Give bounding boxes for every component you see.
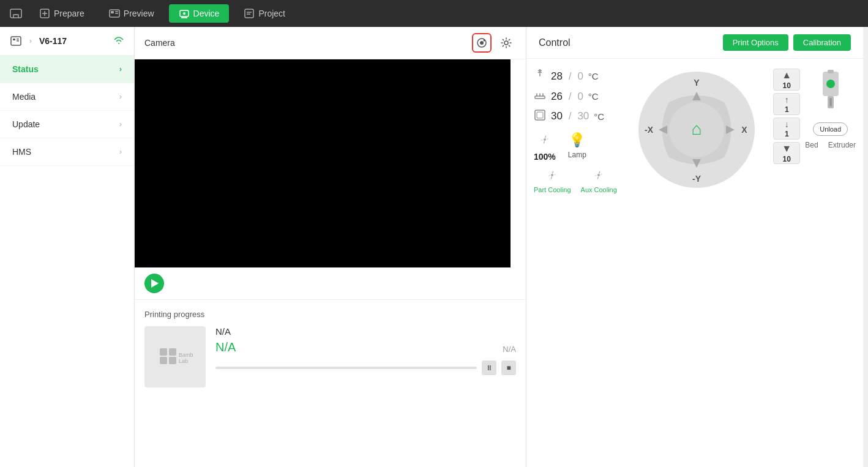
device-name: V6-117: [39, 36, 108, 46]
camera-view: [135, 59, 511, 267]
nav-prepare[interactable]: Prepare: [29, 4, 94, 23]
calibration-button[interactable]: Calibration: [793, 34, 851, 51]
nav-prepare-label: Prepare: [54, 9, 84, 18]
chevron-right-icon: ›: [119, 120, 122, 129]
svg-point-14: [480, 41, 484, 45]
z-up-1-button[interactable]: ↑ 1: [773, 93, 800, 115]
control-header-buttons: Print Options Calibration: [723, 34, 851, 51]
nav-device-label: Device: [193, 9, 220, 18]
z-up-10-button[interactable]: ▲ 10: [773, 69, 800, 91]
nozzle-temp-unit: °C: [588, 71, 599, 81]
control-title: Control: [539, 37, 571, 48]
joystick-control[interactable]: ⌂ Y -Y X -X: [635, 69, 758, 191]
z-down-1-button[interactable]: ↓ 1: [773, 118, 800, 140]
camera-header: Camera: [135, 27, 526, 59]
device-icon: [10, 35, 22, 47]
camera-icon-group: [472, 33, 516, 53]
play-triangle-icon: [151, 279, 159, 288]
printing-progress-title: Printing progress: [144, 310, 516, 319]
print-options-button[interactable]: Print Options: [723, 34, 788, 51]
svg-rect-11: [17, 39, 19, 40]
bed-temp-row: 26 / 0 °C: [534, 89, 619, 104]
svg-rect-44: [828, 70, 834, 73]
camera-title: Camera: [144, 38, 175, 48]
joystick-area: ⌂ Y -Y X -X: [627, 69, 766, 191]
enclosure-temp-target: 30: [577, 110, 589, 122]
svg-text:X: X: [741, 125, 747, 135]
sidebar: › V6-117 Status › Media › Update › HMS ›: [0, 27, 135, 467]
z-down-10-label: 10: [783, 155, 791, 163]
bed-temp-target: 0: [577, 91, 583, 103]
bed-temp-unit: °C: [588, 91, 599, 102]
z-down-10-button[interactable]: ▼ 10: [773, 142, 800, 164]
chevron-right-icon: ›: [119, 148, 122, 156]
z-up-1-label: 1: [785, 105, 789, 114]
enclosure-temp-unit: °C: [594, 111, 604, 122]
control-body: 28 / 0 °C 26 /: [526, 59, 863, 204]
z-down-1-arrow: ↓: [785, 119, 789, 129]
pause-icon: ⏸: [485, 364, 493, 372]
content-panels: Camera: [135, 27, 868, 467]
z-down-1-label: 1: [785, 130, 789, 138]
svg-text:-Y: -Y: [692, 174, 702, 184]
nav-preview[interactable]: Preview: [99, 4, 164, 23]
nav-project[interactable]: Project: [234, 4, 295, 23]
stop-icon: ■: [506, 364, 511, 372]
sidebar-item-update[interactable]: Update ›: [0, 111, 134, 138]
unload-button[interactable]: Unload: [813, 122, 848, 136]
bed-temp-slash: /: [569, 91, 571, 102]
sidebar-item-status[interactable]: Status ›: [0, 56, 134, 83]
play-button[interactable]: [144, 274, 164, 293]
part-cooling-label: Part Cooling: [534, 186, 571, 194]
svg-point-28: [597, 174, 600, 176]
nav-device[interactable]: Device: [169, 4, 230, 23]
aux-cooling-item: Aux Cooling: [581, 168, 617, 194]
svg-text:Lab: Lab: [179, 358, 188, 364]
nozzle-temp-current: 28: [551, 70, 563, 83]
camera-settings-button[interactable]: [496, 33, 516, 53]
part-cooling-icon: [545, 168, 559, 185]
sidebar-media-label: Media: [12, 92, 36, 102]
pause-button[interactable]: ⏸: [482, 361, 496, 375]
printing-progress-section: Printing progress Bambu Lab: [135, 300, 526, 397]
lamp-label: Lamp: [568, 151, 586, 159]
bed-extruder-labels: Bed Extruder: [805, 141, 856, 149]
svg-point-27: [551, 174, 553, 176]
joystick-svg: ⌂ Y -Y X -X: [635, 69, 758, 191]
sidebar-item-media[interactable]: Media ›: [0, 83, 134, 111]
play-button-area: [135, 267, 526, 299]
sidebar-status-label: Status: [12, 64, 39, 74]
bed-label: Bed: [805, 141, 818, 149]
nav-project-label: Project: [258, 9, 285, 18]
camera-section: Camera: [135, 27, 526, 300]
lamp-item: 💡 Lamp: [568, 132, 586, 162]
nozzle-temp-row: 28 / 0 °C: [534, 69, 619, 84]
z-controls: ▲ 10 ↑ 1 ↓ 1 ▼ 10: [773, 69, 800, 164]
readings-column: 28 / 0 °C 26 /: [534, 69, 619, 194]
sidebar-hms-label: HMS: [12, 147, 31, 157]
control-header: Control Print Options Calibration: [526, 27, 863, 59]
part-cooling-item: Part Cooling: [534, 168, 571, 194]
progress-content: Bambu Lab N/A N/A N/A: [144, 326, 516, 387]
top-navigation: Prepare Preview Device Project: [0, 0, 868, 27]
svg-point-7: [183, 12, 185, 15]
svg-rect-17: [160, 348, 167, 356]
svg-rect-25: [537, 112, 543, 118]
enclosure-temp-current: 30: [551, 110, 563, 122]
print-thumbnail: Bambu Lab: [144, 326, 206, 387]
bed-temp-icon: [534, 89, 546, 104]
svg-rect-4: [115, 11, 118, 12]
extruder-illustration: [815, 69, 846, 118]
sidebar-item-hms[interactable]: HMS ›: [0, 138, 134, 166]
svg-rect-8: [245, 9, 253, 18]
home-button[interactable]: [7, 5, 24, 22]
progress-status: N/A: [215, 340, 236, 354]
file-name: N/A: [215, 326, 516, 337]
svg-rect-20: [169, 357, 176, 364]
svg-rect-3: [111, 11, 114, 13]
camera-stream-button[interactable]: [472, 33, 492, 53]
device-header: › V6-117: [0, 27, 134, 56]
stop-button[interactable]: ■: [501, 361, 516, 375]
progress-info: N/A N/A N/A ⏸: [215, 326, 516, 375]
enclosure-temp-slash: /: [569, 111, 571, 122]
